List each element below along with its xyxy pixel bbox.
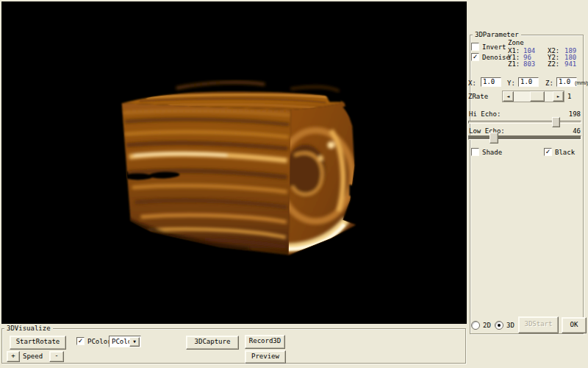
ok-button[interactable]: OK bbox=[562, 317, 587, 333]
volume-render-3d bbox=[1, 1, 467, 324]
checkbox-icon[interactable]: ✓ bbox=[544, 148, 552, 156]
checkbox-icon[interactable]: ✓ bbox=[471, 53, 479, 61]
hi-echo-label: Hi Echo: bbox=[469, 110, 501, 118]
parameter-group-title: 3DParameter bbox=[473, 31, 521, 38]
scroll-left-button[interactable]: ◄ bbox=[503, 91, 514, 102]
radio-3d-label: 3D bbox=[506, 322, 514, 329]
render-viewport[interactable] bbox=[1, 1, 467, 324]
start-rotate-button[interactable]: StartRotate bbox=[10, 336, 66, 350]
low-echo-value: 46 bbox=[562, 127, 581, 135]
record-button[interactable]: Record3D bbox=[245, 335, 285, 349]
invert-label: Invert bbox=[482, 43, 506, 51]
zone-z1-value: 803 bbox=[523, 60, 535, 68]
capture-button[interactable]: 3DCapture bbox=[186, 336, 239, 350]
y-scale-field[interactable]: 1.0 bbox=[518, 77, 539, 87]
invert-checkbox[interactable]: ✓ Invert bbox=[471, 43, 506, 51]
hi-echo-value: 198 bbox=[562, 110, 581, 118]
low-echo-label: Low Echo: bbox=[469, 127, 505, 135]
scale-unit-label: (mm/p) bbox=[575, 79, 588, 87]
preview-button[interactable]: Preview bbox=[245, 350, 286, 364]
speed-label: Speed bbox=[23, 353, 43, 360]
dropdown-arrow-icon[interactable]: ▼ bbox=[129, 337, 140, 347]
x-scale-field[interactable]: 1.0 bbox=[481, 77, 501, 87]
checkbox-icon[interactable]: ✓ bbox=[76, 337, 85, 345]
speed-minus-button[interactable]: - bbox=[49, 351, 64, 362]
radio-2d[interactable]: 2D bbox=[471, 321, 491, 330]
denoise-checkbox[interactable]: ✓ Denoise bbox=[471, 53, 510, 61]
radio-3d[interactable]: 3D bbox=[495, 321, 514, 330]
app-window: { "colors": { "window_bg": "#ece9d8", "v… bbox=[0, 0, 588, 368]
black-label: Black bbox=[555, 149, 575, 156]
denoise-label: Denoise bbox=[482, 54, 510, 61]
z-scale-label: Z: bbox=[545, 79, 553, 87]
zone-z2-value: 941 bbox=[564, 60, 576, 68]
shade-checkbox[interactable]: ✓ Shade bbox=[471, 148, 502, 156]
checkbox-icon[interactable]: ✓ bbox=[471, 43, 479, 51]
shade-label: Shade bbox=[482, 149, 502, 156]
scroll-right-button[interactable]: ► bbox=[553, 91, 564, 102]
visualize-group-title: 3DVisualize bbox=[4, 325, 53, 332]
zrate-scrollbar[interactable]: ◄ ► bbox=[502, 91, 564, 102]
z-scale-field[interactable]: 1.0 bbox=[556, 77, 577, 87]
radio-icon[interactable] bbox=[471, 321, 480, 330]
speed-plus-button[interactable]: + bbox=[7, 351, 20, 362]
pcolor-dropdown[interactable]: PColor ▼ bbox=[109, 336, 141, 347]
hi-echo-thumb[interactable] bbox=[552, 117, 560, 127]
pcolor-checkbox[interactable]: ✓ PColor bbox=[76, 337, 112, 345]
radio-icon[interactable] bbox=[495, 321, 503, 330]
start3d-button[interactable]: 3DStart bbox=[518, 316, 559, 333]
zrate-label: ZRate bbox=[468, 93, 488, 100]
zrate-value: 1 bbox=[567, 93, 571, 100]
zrate-thumb[interactable] bbox=[530, 91, 545, 102]
black-checkbox[interactable]: ✓ Black bbox=[544, 148, 575, 156]
zone-title: Zone bbox=[508, 39, 524, 46]
zone-z1-label: Z1: bbox=[508, 60, 520, 68]
y-scale-label: Y: bbox=[507, 79, 515, 87]
checkbox-icon[interactable]: ✓ bbox=[471, 148, 479, 156]
x-scale-label: X: bbox=[468, 79, 476, 87]
radio-2d-label: 2D bbox=[483, 322, 491, 329]
hi-echo-track[interactable] bbox=[468, 121, 581, 124]
pcolor-label: PColor bbox=[87, 338, 112, 345]
zone-z2-label: Z2: bbox=[548, 60, 559, 68]
low-echo-thumb[interactable] bbox=[490, 132, 498, 144]
low-echo-track[interactable] bbox=[468, 135, 581, 140]
